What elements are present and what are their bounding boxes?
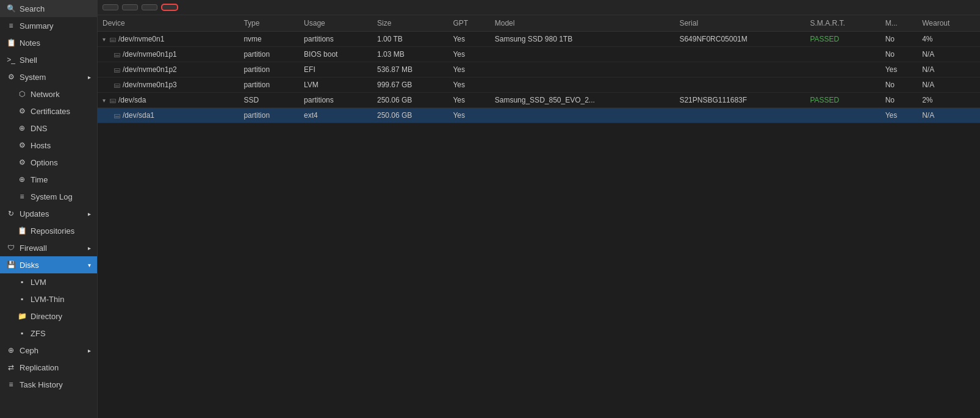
sidebar-label-summary: Summary [20,21,54,31]
systemlog-icon: ≡ [17,192,27,201]
sidebar-item-lvm[interactable]: ▪LVM [0,273,97,290]
sidebar-item-updates[interactable]: ↻Updates▸ [0,205,97,222]
wearout-cell-nvme0n1p1: N/A [917,47,980,62]
sidebar-item-network[interactable]: ⬡Network [0,85,97,103]
device-name-nvme0n1p3: /dev/nvme0n1p3 [123,81,177,89]
sidebar-item-summary[interactable]: ≡Summary [0,17,97,34]
smart-cell-nvme0n1p2 [805,62,880,77]
serial-cell-nvme0n1p3 [674,77,805,93]
sidebar-item-firewall[interactable]: 🛡Firewall▸ [0,239,97,256]
sidebar-label-network: Network [31,90,60,99]
serial-cell-nvme0n1p1 [674,47,805,62]
table-row[interactable]: ▾🖴/dev/sdaSSDpartitions250.06 GBYesSamsu… [98,93,980,108]
ceph-icon: ⊕ [6,345,16,355]
col-header-gpt: GPT [448,15,489,32]
sidebar-label-lvm: LVM [31,278,46,287]
certificates-icon: ⚙ [17,106,27,116]
sidebar-item-shell[interactable]: >_Shell [0,51,97,68]
zfs-icon: ▪ [17,328,27,338]
m-cell-nvme0n1p3: No [881,77,917,93]
col-header-serial: Serial [674,15,805,32]
size-cell-sda_root: 250.06 GB [372,93,448,108]
sidebar-label-repositories: Repositories [31,226,74,236]
col-header-usage: Usage [299,15,372,32]
sidebar-item-hosts[interactable]: ⚙Hosts [0,137,97,154]
collapse-icon-nvme0n1_root[interactable]: ▾ [103,36,106,43]
sidebar-item-dns[interactable]: ⊕DNS [0,120,97,137]
smart-cell-sda_root: PASSED [805,93,880,108]
model-cell-sda1 [490,108,675,123]
type-cell-sda_root: SSD [239,93,299,108]
wearout-cell-nvme0n1p3: N/A [917,77,980,93]
device-cell-nvme0n1p1: 🖴/dev/nvme0n1p1 [98,47,239,62]
sidebar-label-hosts: Hosts [31,141,51,150]
size-cell-nvme0n1p3: 999.67 GB [372,77,448,93]
sidebar-item-repositories[interactable]: 📋Repositories [0,222,97,239]
smart-cell-nvme0n1p3 [805,77,880,93]
m-cell-sda_root: No [881,93,917,108]
sidebar-item-systemlog[interactable]: ≡System Log [0,188,97,205]
table-row[interactable]: ▾🖴/dev/nvme0n1nvmepartitions1.00 TBYesSa… [98,32,980,47]
sidebar-item-time[interactable]: ⊕Time [0,171,97,188]
smart-values-button[interactable] [122,4,138,10]
firewall-icon: 🛡 [6,243,16,253]
sidebar-label-replication: Replication [20,363,59,372]
disk-table: DeviceTypeUsageSizeGPTModelSerialS.M.A.R… [98,15,980,123]
network-icon: ⬡ [17,89,27,99]
device-name-sda_root: /dev/sda [118,96,146,104]
disk-icon-nvme0n1p2: 🖴 [113,66,120,73]
sidebar-item-search[interactable]: 🔍Search [0,0,97,17]
sidebar-label-directory: Directory [31,312,62,321]
options-icon: ⚙ [17,157,27,167]
device-cell-nvme0n1p2: 🖴/dev/nvme0n1p2 [98,62,239,77]
device-name-nvme0n1_root: /dev/nvme0n1 [118,35,164,43]
table-row[interactable]: 🖴/dev/nvme0n1p1partitionBIOS boot1.03 MB… [98,47,980,62]
init-disk-button[interactable] [142,4,157,10]
wearout-cell-nvme0n1p2: N/A [917,62,980,77]
sidebar-label-taskhistory: Task History [20,380,63,389]
sidebar-item-notes[interactable]: 📋Notes [0,34,97,51]
gpt-cell-sda_root: Yes [448,93,489,108]
sidebar-item-system[interactable]: ⚙System▸ [0,68,97,85]
sidebar-item-zfs[interactable]: ▪ZFS [0,325,97,342]
table-body: ▾🖴/dev/nvme0n1nvmepartitions1.00 TBYesSa… [98,32,980,123]
taskhistory-icon: ≡ [6,380,16,389]
sidebar-item-replication[interactable]: ⇄Replication [0,359,97,376]
usage-cell-sda_root: partitions [299,93,372,108]
type-cell-nvme0n1p2: partition [239,62,299,77]
repositories-icon: 📋 [17,226,27,236]
disk-table-container: DeviceTypeUsageSizeGPTModelSerialS.M.A.R… [98,15,980,418]
reload-button[interactable] [103,4,118,10]
type-cell-nvme0n1p1: partition [239,47,299,62]
directory-icon: 📁 [17,311,27,321]
table-row[interactable]: 🖴/dev/sda1partitionext4250.06 GBYesYesN/… [98,108,980,123]
collapse-icon-sda_root[interactable]: ▾ [103,97,106,104]
sidebar-item-certificates[interactable]: ⚙Certificates [0,103,97,120]
chevron-system: ▸ [88,74,91,81]
col-header-size: Size [372,15,448,32]
wipe-disk-button[interactable] [161,4,178,11]
updates-icon: ↻ [6,209,16,218]
sidebar-label-system: System [20,73,46,82]
device-cell-sda1: 🖴/dev/sda1 [98,108,239,123]
usage-cell-nvme0n1p2: EFI [299,62,372,77]
disk-icon-nvme0n1_root: 🖴 [109,35,116,43]
table-row[interactable]: 🖴/dev/nvme0n1p3partitionLVM999.67 GBYesN… [98,77,980,93]
sidebar-label-systemlog: System Log [31,192,73,201]
serial-cell-nvme0n1_root: S649NF0RC05001M [674,32,805,47]
sidebar-item-lvm-thin[interactable]: ▪LVM-Thin [0,290,97,308]
col-header-wearout: Wearout [917,15,980,32]
type-cell-nvme0n1p3: partition [239,77,299,93]
sidebar-item-ceph[interactable]: ⊕Ceph▸ [0,342,97,359]
table-row[interactable]: 🖴/dev/nvme0n1p2partitionEFI536.87 MBYesY… [98,62,980,77]
sidebar-item-options[interactable]: ⚙Options [0,154,97,171]
lvm-icon: ▪ [17,277,27,287]
sidebar-item-directory[interactable]: 📁Directory [0,308,97,325]
sidebar-label-dns: DNS [31,124,47,133]
replication-icon: ⇄ [6,362,16,372]
sidebar-label-zfs: ZFS [31,329,46,338]
m-cell-nvme0n1_root: No [881,32,917,47]
sidebar-item-taskhistory[interactable]: ≡Task History [0,376,97,393]
sidebar-item-disks[interactable]: 💾Disks▾ [0,256,97,273]
gpt-cell-sda1: Yes [448,108,489,123]
